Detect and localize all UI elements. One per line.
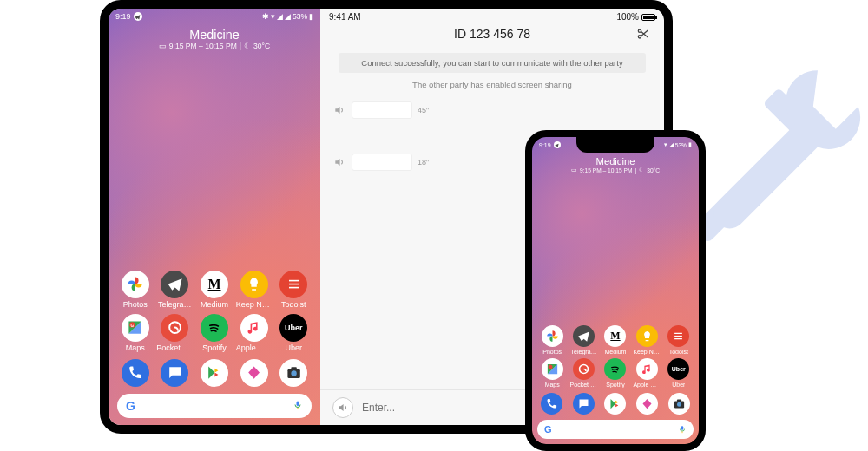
app-label: Maps <box>545 382 560 388</box>
app-label: Keep No… <box>236 300 273 309</box>
svg-rect-22 <box>677 400 681 402</box>
android-home-screen: 9:19 ▾ ◢ 53% ▮ Medicine ▭ 9:15 PM – 10:1… <box>532 137 699 444</box>
phone-notch <box>576 137 654 153</box>
app-medium[interactable]: MMedium <box>601 325 630 355</box>
svg-point-21 <box>677 402 681 407</box>
app-uber[interactable]: UberUber <box>664 358 694 388</box>
status-bar: 9:19 ✱ ▾ ◢ ◢ 53% ▮ <box>108 9 320 23</box>
screen-share-note: The other party has enabled screen shari… <box>332 80 652 89</box>
tablet-left-pane: 9:19 ✱ ▾ ◢ ◢ 53% ▮ Medicine ▭ <box>108 9 320 425</box>
status-time: 9:19 <box>115 12 131 21</box>
session-id: ID 123 456 78 <box>454 27 530 41</box>
app-label: Photos <box>123 300 148 309</box>
mic-icon[interactable] <box>678 425 687 435</box>
google-search-bar[interactable]: G <box>537 420 694 439</box>
app-pocket-casts[interactable]: Pocket C… <box>569 358 598 388</box>
google-logo-icon: G <box>126 399 135 413</box>
svg-rect-2 <box>289 280 299 282</box>
status-time: 9:19 <box>539 142 551 148</box>
todoist-icon <box>279 271 307 298</box>
svg-point-18 <box>548 365 552 369</box>
apple-music-icon <box>636 358 658 380</box>
app-label: Pocket C… <box>156 343 193 352</box>
scissors-icon[interactable] <box>635 25 652 42</box>
status-battery: 53% <box>293 12 307 21</box>
android-home-screen: 9:19 ✱ ▾ ◢ ◢ 53% ▮ Medicine ▭ <box>108 9 320 425</box>
chat-status-time: 9:41 AM <box>329 12 361 22</box>
todoist-icon <box>667 325 689 347</box>
app-medium[interactable]: M Medium <box>196 271 232 309</box>
dock-messages[interactable] <box>161 359 188 387</box>
uber-icon: Uber <box>667 358 689 380</box>
app-label: Pocket C… <box>570 382 598 388</box>
dock-camera[interactable] <box>279 359 307 387</box>
svg-rect-23 <box>681 426 684 430</box>
widget-temp: 30°C <box>253 42 270 50</box>
audio-message[interactable]: 45″ <box>332 101 652 119</box>
record-audio-button[interactable] <box>332 397 353 418</box>
app-maps[interactable]: Maps <box>537 358 567 388</box>
app-keep[interactable]: Keep No… <box>236 271 273 309</box>
uber-icon: Uber <box>279 314 307 342</box>
sound-icon <box>332 103 346 117</box>
wifi-icon: ▾ <box>271 12 275 21</box>
chat-status-bar: 9:41 AM 100% <box>320 9 664 22</box>
app-apple-music[interactable]: Apple M… <box>236 314 273 352</box>
signal-icon: ◢ <box>285 12 291 21</box>
app-spotify[interactable]: Spotify <box>601 358 630 388</box>
app-apple-music[interactable]: Apple M… <box>632 358 661 388</box>
chat-status-battery: 100% <box>616 12 639 22</box>
dock-phone[interactable] <box>541 393 562 415</box>
app-spotify[interactable]: Spotify <box>196 314 232 352</box>
dock-app[interactable] <box>240 359 268 387</box>
photos-icon <box>542 325 563 347</box>
app-uber[interactable]: Uber Uber <box>276 314 312 352</box>
dock-play-store[interactable] <box>201 359 228 387</box>
app-maps[interactable]: G Maps <box>117 314 153 352</box>
app-label: Telegra… <box>571 349 597 355</box>
widget-title: Medicine <box>108 28 320 42</box>
app-label: Photos <box>542 349 562 355</box>
app-telegram[interactable]: Telegra… <box>156 271 193 309</box>
app-pocket-casts[interactable]: Pocket C… <box>156 314 193 352</box>
calendar-weather-widget[interactable]: Medicine ▭ 9:15 PM – 10:15 PM | ☾ 30°C <box>108 23 320 54</box>
dock-messages[interactable] <box>573 393 595 415</box>
app-keep[interactable]: Keep No… <box>632 325 661 355</box>
app-telegram[interactable]: Telegra… <box>569 325 598 355</box>
app-label: Uber <box>672 382 685 388</box>
mic-icon[interactable] <box>293 400 303 412</box>
app-grid: Photos Telegra… MMedium Keep No… Todoist… <box>532 325 699 388</box>
audio-duration: 45″ <box>418 106 429 114</box>
chat-header: ID 123 456 78 <box>320 22 664 49</box>
dock-phone[interactable] <box>122 359 149 387</box>
battery-icon: ▮ <box>309 12 313 21</box>
battery-icon <box>641 14 655 21</box>
svg-rect-12 <box>298 408 299 409</box>
vibrate-icon: ✱ <box>262 12 269 21</box>
connect-banner: Connect successfully, you can start to c… <box>339 53 645 73</box>
calendar-weather-widget[interactable]: Medicine ▭ 9:15 PM – 10:15 PM | ☾ 30°C <box>532 151 699 177</box>
signal-icon: ◢ <box>277 12 283 21</box>
app-todoist[interactable]: Todoist <box>664 325 694 355</box>
dock-camera[interactable] <box>668 393 690 415</box>
app-label: Spotify <box>606 382 624 388</box>
app-photos[interactable]: Photos <box>537 325 567 355</box>
battery-icon: ▮ <box>688 141 692 148</box>
app-photos[interactable]: Photos <box>117 271 153 309</box>
app-todoist[interactable]: Todoist <box>276 271 312 309</box>
telegram-status-icon <box>554 141 561 148</box>
sound-icon <box>332 155 346 169</box>
dock-app[interactable] <box>636 393 658 415</box>
moon-icon: ☾ <box>244 42 251 50</box>
dock-play-store[interactable] <box>604 393 626 415</box>
maps-icon: G <box>122 314 149 342</box>
pocket-icon <box>161 314 188 342</box>
signal-icon: ◢ <box>669 141 674 148</box>
calendar-icon: ▭ <box>571 167 577 173</box>
app-label: Apple M… <box>633 382 661 388</box>
svg-rect-11 <box>297 402 299 407</box>
phone-device: 9:19 ▾ ◢ 53% ▮ Medicine ▭ 9:15 PM – 10:1… <box>525 130 706 451</box>
google-search-bar[interactable]: G <box>117 394 312 418</box>
telegram-status-icon <box>134 12 142 21</box>
dock <box>532 388 699 415</box>
